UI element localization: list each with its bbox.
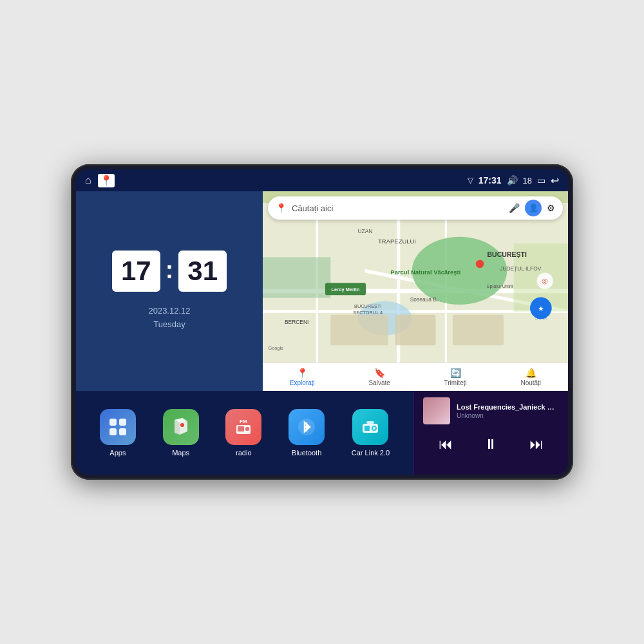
maps-status-icon[interactable]: 📍 xyxy=(98,174,115,187)
map-avatar[interactable]: 👤 xyxy=(525,200,542,216)
svg-rect-35 xyxy=(119,419,126,426)
svg-text:TRAPEZULUI: TRAPEZULUI xyxy=(378,238,416,245)
status-right: ▽ 17:31 🔊 18 ▭ ↩ xyxy=(468,175,559,187)
bluetooth-label: Bluetooth xyxy=(292,449,321,457)
bottom-section: Apps Maps xyxy=(76,391,568,475)
radio-label: radio xyxy=(236,449,251,457)
volume-icon: 🔊 xyxy=(507,175,518,185)
svg-point-45 xyxy=(245,426,250,431)
date-value: 2023.12.12 xyxy=(148,305,190,318)
home-icon[interactable]: ⌂ xyxy=(85,175,91,186)
date-info: 2023.12.12 Tuesday xyxy=(148,305,190,332)
status-left: ⌂ 📍 xyxy=(85,174,115,187)
svg-marker-40 xyxy=(180,421,187,435)
bluetooth-icon xyxy=(289,409,325,445)
svg-rect-12 xyxy=(395,315,435,345)
music-title: Lost Frequencies_Janieck Devy-... xyxy=(457,403,559,411)
map-mic-icon[interactable]: 🎤 xyxy=(509,203,520,213)
svg-text:★: ★ xyxy=(538,305,544,312)
svg-rect-44 xyxy=(238,426,244,431)
back-icon[interactable]: ↩ xyxy=(551,175,559,187)
app-item-maps[interactable]: Maps xyxy=(163,409,199,457)
map-search-text: Căutați aici xyxy=(292,204,504,213)
carlink-label: Car Link 2.0 xyxy=(352,449,390,457)
next-button[interactable]: ⏭ xyxy=(523,433,550,455)
music-info: Lost Frequencies_Janieck Devy-... Unknow… xyxy=(423,397,559,424)
music-thumbnail xyxy=(423,397,450,424)
radio-icon: FM xyxy=(225,409,261,445)
status-bar: ⌂ 📍 ▽ 17:31 🔊 18 ▭ ↩ xyxy=(76,169,568,191)
svg-rect-11 xyxy=(330,315,388,345)
apps-label: Apps xyxy=(109,449,126,457)
clock-minutes: 31 xyxy=(178,251,227,292)
svg-text:Soseaua B...: Soseaua B... xyxy=(410,296,441,303)
svg-rect-49 xyxy=(365,426,370,431)
svg-text:UZAN: UZAN xyxy=(357,228,372,234)
app-item-carlink[interactable]: Car Link 2.0 xyxy=(352,409,390,457)
app-item-apps[interactable]: Apps xyxy=(100,409,136,457)
map-saved-icon: 🔖 xyxy=(374,368,385,378)
map-news-icon: 🔔 xyxy=(526,368,536,378)
apps-icon xyxy=(100,409,136,445)
svg-rect-37 xyxy=(119,428,126,435)
play-pause-button[interactable]: ⏸ xyxy=(477,433,504,455)
svg-rect-36 xyxy=(109,428,117,435)
clock-display: 17 : 31 xyxy=(112,251,227,292)
clock-hours: 17 xyxy=(112,251,160,292)
svg-text:Splaiul Unirii: Splaiul Unirii xyxy=(487,283,513,289)
maps-icon xyxy=(163,409,199,445)
top-section: 17 : 31 2023.12.12 Tuesday xyxy=(76,191,568,391)
svg-rect-52 xyxy=(366,421,374,424)
svg-text:SECTORUL 4: SECTORUL 4 xyxy=(353,310,383,316)
svg-point-51 xyxy=(373,427,375,430)
map-nav-noutati[interactable]: 🔔 Noutăți xyxy=(520,368,541,386)
svg-text:BUCUREȘTI: BUCUREȘTI xyxy=(354,303,382,309)
signal-icon: ▽ xyxy=(468,176,473,185)
app-item-bluetooth[interactable]: Bluetooth xyxy=(289,409,325,457)
music-artist: Unknown xyxy=(457,412,559,419)
car-head-unit: ⌂ 📍 ▽ 17:31 🔊 18 ▭ ↩ 17 : xyxy=(71,164,573,480)
map-pin-icon: 📍 xyxy=(276,203,287,213)
main-content: 17 : 31 2023.12.12 Tuesday xyxy=(76,191,568,475)
svg-rect-9 xyxy=(263,257,330,298)
map-nav-trimiteti[interactable]: 🔄 Trimiteți xyxy=(444,368,467,386)
svg-text:◎: ◎ xyxy=(542,277,548,285)
map-panel[interactable]: Parcul Natural Văcărești BUCUREȘTI JUDEȚ… xyxy=(263,191,568,391)
map-share-icon: 🔄 xyxy=(450,368,461,378)
status-time: 17:31 xyxy=(478,175,502,185)
volume-level: 18 xyxy=(523,176,532,185)
map-nav-explorati[interactable]: 📍 Explorați xyxy=(290,368,315,386)
svg-text:Leroy Merlin: Leroy Merlin xyxy=(332,287,360,292)
map-nav-salvate[interactable]: 🔖 Salvate xyxy=(368,368,390,386)
clock-colon: : xyxy=(166,256,174,284)
prev-button[interactable]: ⏮ xyxy=(432,433,459,455)
map-explore-icon: 📍 xyxy=(297,368,308,378)
music-player: Lost Frequencies_Janieck Devy-... Unknow… xyxy=(413,391,568,475)
battery-icon: ▭ xyxy=(537,175,545,185)
svg-text:STAR: STAR xyxy=(535,315,547,321)
maps-label: Maps xyxy=(172,449,189,457)
map-bottom-bar: 📍 Explorați 🔖 Salvate 🔄 Trimiteți � xyxy=(263,363,568,391)
music-text: Lost Frequencies_Janieck Devy-... Unknow… xyxy=(457,403,559,419)
apps-area: Apps Maps xyxy=(76,391,413,475)
device-screen: ⌂ 📍 ▽ 17:31 🔊 18 ▭ ↩ 17 : xyxy=(76,169,568,475)
map-settings-icon[interactable]: ⚙ xyxy=(547,203,555,213)
svg-text:Google: Google xyxy=(268,345,283,351)
music-controls: ⏮ ⏸ ⏭ xyxy=(423,433,559,455)
svg-text:BERCENI: BERCENI xyxy=(285,319,308,325)
clock-panel: 17 : 31 2023.12.12 Tuesday xyxy=(76,191,263,391)
svg-rect-13 xyxy=(453,315,504,345)
svg-text:JUDEȚUL ILFOV: JUDEȚUL ILFOV xyxy=(500,265,542,272)
app-item-radio[interactable]: FM radio xyxy=(225,409,261,457)
svg-text:BUCUREȘTI: BUCUREȘTI xyxy=(488,251,527,258)
svg-text:FM: FM xyxy=(240,419,247,424)
svg-rect-34 xyxy=(109,419,117,426)
day-value: Tuesday xyxy=(148,318,190,332)
map-search-bar[interactable]: 📍 Căutați aici 🎤 👤 ⚙ xyxy=(268,196,563,220)
svg-text:Parcul Natural Văcărești: Parcul Natural Văcărești xyxy=(390,269,460,276)
carlink-icon xyxy=(352,409,388,445)
